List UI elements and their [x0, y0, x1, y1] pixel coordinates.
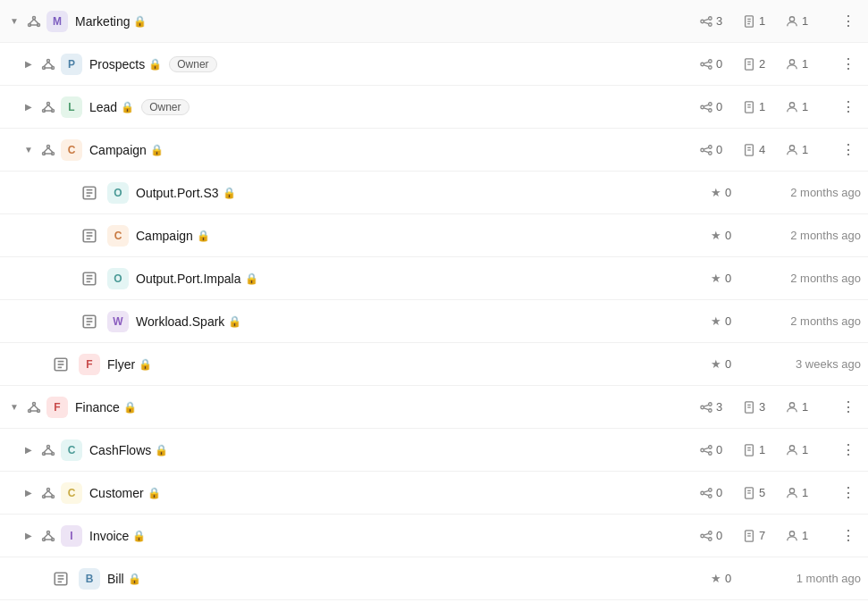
avatar-bill: B [79, 568, 100, 590]
avatar-campaign-doc: C [107, 225, 129, 247]
name-campaign-doc: Campaign [136, 229, 193, 243]
expand-campaign[interactable] [21, 143, 36, 157]
svg-point-54 [709, 151, 712, 155]
expand-marketing[interactable] [7, 14, 21, 29]
name-marketing: Marketing [75, 14, 130, 29]
svg-line-105 [704, 448, 708, 449]
svg-line-56 [704, 150, 708, 152]
avatar-customer: C [61, 482, 82, 504]
timestamp-output-port-impala: 2 months ago [754, 272, 861, 285]
avatar-marketing: M [46, 11, 68, 32]
svg-point-140 [789, 531, 794, 535]
expand-lead[interactable] [21, 100, 36, 114]
svg-line-84 [29, 405, 34, 409]
doc-icon-bill [50, 568, 72, 590]
svg-line-99 [44, 448, 48, 452]
name-cashflows: CashFlows [89, 443, 151, 457]
expand-invoice[interactable] [21, 529, 36, 543]
svg-point-38 [709, 102, 712, 105]
schema-icon-invoice [39, 527, 57, 545]
more-marketing[interactable]: ⋮ [836, 9, 861, 34]
expand-finance[interactable] [7, 400, 21, 414]
svg-point-119 [709, 494, 712, 498]
docs-cashflows: 1 [743, 443, 771, 456]
svg-point-22 [701, 63, 704, 66]
tag-prospects[interactable]: Owner [169, 56, 216, 72]
expand-customer[interactable] [21, 486, 36, 500]
more-prospects[interactable]: ⋮ [836, 52, 861, 77]
more-campaign[interactable]: ⋮ [836, 138, 861, 163]
svg-line-91 [704, 407, 708, 409]
name-prospects: Prospects [89, 57, 145, 71]
name-finance: Finance [75, 400, 120, 414]
svg-line-115 [48, 490, 53, 495]
svg-point-111 [47, 488, 50, 490]
avatar-output-port-impala: O [107, 268, 129, 289]
docs-prospects: 2 [743, 57, 771, 71]
name-customer: Customer [89, 486, 144, 500]
svg-point-0 [33, 16, 36, 19]
svg-line-34 [44, 105, 48, 109]
doc-icon-workload-spark [79, 311, 100, 332]
users-campaign: 1 [786, 143, 814, 156]
avatar-invoice: I [61, 525, 82, 547]
expand-cashflows[interactable] [21, 443, 36, 457]
svg-point-126 [47, 531, 50, 533]
connections-invoice: 0 [700, 529, 729, 542]
name-campaign: Campaign [89, 143, 147, 157]
connections-finance: 3 [700, 400, 729, 414]
name-workload-spark: Workload.Spark [136, 314, 224, 329]
connections-marketing: 3 [700, 14, 729, 28]
connections-prospects: 0 [700, 57, 729, 71]
svg-line-20 [48, 62, 53, 66]
schema-icon-prospects [39, 55, 57, 73]
timestamp-bill: 1 month ago [754, 572, 861, 585]
connections-campaign: 0 [700, 143, 729, 156]
timestamp-flyer: 3 weeks ago [754, 357, 861, 371]
avatar-cashflows: C [61, 439, 82, 461]
docs-marketing: 1 [743, 14, 771, 28]
svg-line-106 [704, 450, 708, 452]
name-invoice: Invoice [89, 529, 129, 543]
svg-point-6 [701, 20, 704, 23]
lock-campaign: 🔒 [150, 144, 164, 156]
users-marketing: 1 [786, 14, 814, 28]
group-row-finance: F Finance 🔒 3 3 [0, 386, 868, 429]
group-row-lead: L Lead 🔒 Owner 0 1 [0, 86, 868, 129]
svg-line-85 [34, 405, 38, 409]
users-lead: 1 [786, 100, 814, 113]
svg-line-130 [48, 533, 53, 538]
svg-point-102 [701, 448, 704, 452]
star-flyer: ★ 0 [711, 357, 754, 371]
svg-point-118 [709, 488, 712, 491]
docs-campaign: 4 [743, 143, 771, 156]
schema-icon-finance [25, 398, 43, 416]
avatar-workload-spark: W [107, 311, 129, 332]
lock-workload-spark: 🔒 [228, 315, 241, 328]
doc-icon-output-port-impala [79, 268, 100, 289]
doc-row-output-port-s3: O Output.Port.S3 🔒 ★ 0 2 months ago [0, 172, 868, 214]
lock-cashflows: 🔒 [155, 444, 168, 456]
timestamp-workload-spark: 2 months ago [754, 314, 861, 328]
avatar-prospects: P [61, 54, 82, 75]
more-invoice[interactable]: ⋮ [836, 523, 861, 548]
meta-finance: 3 3 1 ⋮ [700, 395, 861, 420]
schema-icon-marketing [25, 13, 43, 30]
doc-row-workload-spark: W Workload.Spark 🔒 ★ 0 2 months ago [0, 300, 868, 343]
name-bill: Bill [107, 572, 124, 586]
svg-point-110 [789, 445, 794, 449]
meta-prospects: 0 2 1 ⋮ [700, 52, 861, 77]
doc-row-bill: B Bill 🔒 ★ 0 1 month ago [0, 557, 868, 600]
svg-line-19 [44, 62, 48, 66]
svg-point-125 [789, 488, 794, 492]
tag-lead[interactable]: Owner [141, 99, 189, 115]
avatar-output-port-s3: O [107, 182, 129, 204]
svg-point-89 [709, 408, 712, 412]
more-lead[interactable]: ⋮ [836, 95, 861, 120]
svg-line-100 [48, 448, 53, 452]
more-finance[interactable]: ⋮ [836, 395, 861, 420]
svg-point-7 [709, 16, 712, 20]
more-cashflows[interactable]: ⋮ [836, 438, 861, 463]
expand-prospects[interactable] [21, 57, 36, 71]
more-customer[interactable]: ⋮ [836, 481, 861, 506]
